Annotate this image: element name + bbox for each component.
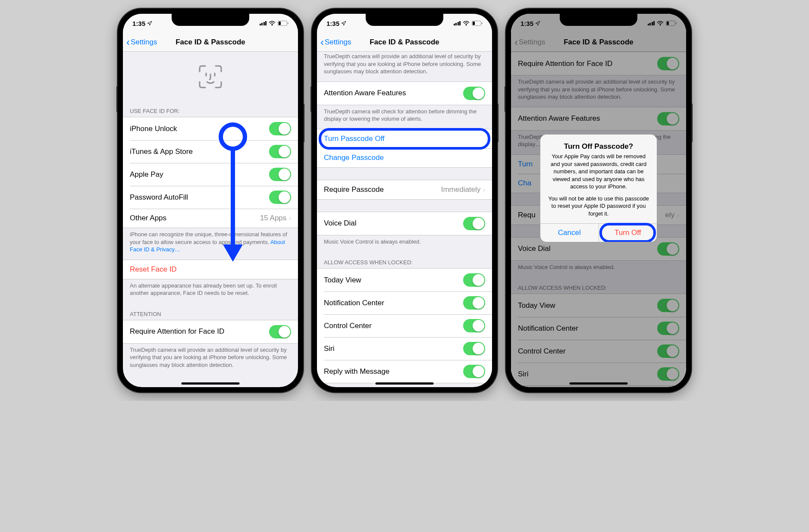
cell-reset-faceid[interactable]: Reset Face ID <box>123 260 298 279</box>
label: Turn Passcode Off <box>324 135 385 143</box>
toggle-switch[interactable] <box>463 273 485 287</box>
location-icon <box>341 21 346 26</box>
toggle-switch[interactable] <box>269 191 291 204</box>
wifi-icon <box>463 21 470 26</box>
svg-rect-2 <box>288 22 288 24</box>
back-button[interactable]: ‹ Settings <box>320 36 351 48</box>
cell-control-center[interactable]: Control Center <box>317 314 492 337</box>
svg-rect-9 <box>473 22 475 25</box>
cell-siri[interactable]: Siri <box>317 337 492 360</box>
footer-attention-aware: TrueDepth camera will check for attentio… <box>317 105 492 129</box>
back-label: Settings <box>131 38 157 47</box>
section-header-attention: ATTENTION <box>123 303 298 320</box>
cell-itunes[interactable]: iTunes & App Store <box>123 140 298 163</box>
label: Today View <box>324 276 361 285</box>
home-indicator[interactable] <box>570 382 628 385</box>
notch <box>560 14 637 26</box>
signal-icon <box>454 21 461 25</box>
chevron-left-icon: ‹ <box>320 36 324 48</box>
cell-require-passcode[interactable]: Require PasscodeImmediately› <box>317 180 492 199</box>
cell-apple-pay[interactable]: Apple Pay <box>123 163 298 186</box>
label: Notification Center <box>324 299 384 307</box>
cell-change-passcode[interactable]: Change Passcode <box>317 148 492 167</box>
location-icon <box>147 21 152 26</box>
toggle-switch[interactable] <box>463 217 485 230</box>
label: Control Center <box>324 322 372 330</box>
content-1[interactable]: USE FACE ID FOR: iPhone Unlock iTunes & … <box>123 52 298 387</box>
signal-icon <box>260 21 267 25</box>
footer-faceid-info: iPhone can recognize the unique, three-d… <box>123 228 298 260</box>
nav-bar: ‹ Settings Face ID & Passcode <box>123 33 298 52</box>
notch <box>172 14 249 26</box>
screen-1: 1:35 ‹ Settings Face ID & Passcode <box>123 14 298 387</box>
label: Require Passcode <box>324 185 384 194</box>
cell-other-apps[interactable]: Other Apps15 Apps› <box>123 209 298 228</box>
content-2[interactable]: TrueDepth camera will provide an additio… <box>317 52 492 387</box>
alert-message-2: You will not be able to use this passcod… <box>547 195 650 218</box>
alert-message-1: Your Apple Pay cards will be removed and… <box>547 153 650 191</box>
cell-require-attention[interactable]: Require Attention for Face ID <box>123 320 298 343</box>
label: iPhone Unlock <box>130 125 177 133</box>
toggle-switch[interactable] <box>463 342 485 355</box>
alert-title: Turn Off Passcode? <box>547 142 650 151</box>
alert-dialog: Turn Off Passcode? Your Apple Pay cards … <box>540 135 657 242</box>
toggle-switch[interactable] <box>269 168 291 181</box>
svg-rect-10 <box>482 22 483 24</box>
cell-turn-passcode-off[interactable]: Turn Passcode Off <box>317 129 492 148</box>
cell-attention-aware[interactable]: Attention Aware Features <box>317 82 492 105</box>
cell-voice-dial[interactable]: Voice Dial <box>317 212 492 235</box>
section-header-allow: ALLOW ACCESS WHEN LOCKED: <box>317 251 492 268</box>
home-indicator[interactable] <box>182 382 240 385</box>
toggle-switch[interactable] <box>463 365 485 378</box>
home-indicator[interactable] <box>376 382 434 385</box>
chevron-right-icon: › <box>483 186 485 193</box>
nav-bar: ‹ Settings Face ID & Passcode <box>317 33 492 52</box>
battery-icon <box>472 21 483 26</box>
back-label: Settings <box>325 38 351 47</box>
svg-rect-1 <box>279 22 281 25</box>
footer-reset-info: An alternate appearance has already been… <box>123 279 298 303</box>
toggle-switch[interactable] <box>463 87 485 100</box>
screen-2: 1:35 ‹ Settings Face ID & Passcode TrueD… <box>317 14 492 387</box>
section-header-use-faceid: USE FACE ID FOR: <box>123 100 298 117</box>
alert-turnoff-button[interactable]: Turn Off <box>599 224 657 242</box>
toggle-switch[interactable] <box>463 319 485 332</box>
label: Siri <box>324 344 335 353</box>
cell-notification-center[interactable]: Notification Center <box>317 291 492 314</box>
detail-value: 15 Apps <box>260 214 286 222</box>
cell-password-autofill[interactable]: Password AutoFill <box>123 186 298 209</box>
footer-attention-info: TrueDepth camera will provide an additio… <box>123 344 298 375</box>
label: Other Apps <box>130 214 166 222</box>
faceid-icon-area <box>123 52 298 100</box>
back-button[interactable]: ‹ Settings <box>126 36 157 48</box>
label: Password AutoFill <box>130 193 188 202</box>
phone-frame-2: 1:35 ‹ Settings Face ID & Passcode TrueD… <box>312 9 497 392</box>
footer-truncated: TrueDepth camera will provide an additio… <box>317 52 492 81</box>
footer-voice-dial: Music Voice Control is always enabled. <box>317 235 492 252</box>
cell-iphone-unlock[interactable]: iPhone Unlock <box>123 117 298 140</box>
wifi-icon <box>269 21 276 26</box>
toggle-switch[interactable] <box>463 296 485 310</box>
label: Reply with Message <box>324 367 389 376</box>
faceid-icon <box>198 64 223 90</box>
cell-reply-message[interactable]: Reply with Message <box>317 360 492 383</box>
label: iTunes & App Store <box>130 147 193 156</box>
alert-cancel-button[interactable]: Cancel <box>540 224 599 242</box>
chevron-right-icon: › <box>289 215 291 222</box>
phone-frame-3: 1:35 ‹ Settings Face ID & Passcode Requi… <box>506 9 691 392</box>
label: Change Passcode <box>324 153 384 162</box>
label: Require Attention for Face ID <box>130 327 224 336</box>
battery-icon <box>278 21 288 26</box>
status-time: 1:35 <box>132 20 145 27</box>
cell-today-view[interactable]: Today View <box>317 269 492 291</box>
toggle-switch[interactable] <box>269 325 291 338</box>
label: Apple Pay <box>130 170 163 179</box>
chevron-left-icon: ‹ <box>126 36 130 48</box>
detail-value: Immediately <box>441 185 481 194</box>
phone-frame-1: 1:35 ‹ Settings Face ID & Passcode <box>118 9 303 392</box>
toggle-switch[interactable] <box>269 122 291 135</box>
screen-3: 1:35 ‹ Settings Face ID & Passcode Requi… <box>511 14 686 387</box>
toggle-switch[interactable] <box>269 145 291 158</box>
label: Attention Aware Features <box>324 89 406 97</box>
label: Reset Face ID <box>130 265 177 274</box>
